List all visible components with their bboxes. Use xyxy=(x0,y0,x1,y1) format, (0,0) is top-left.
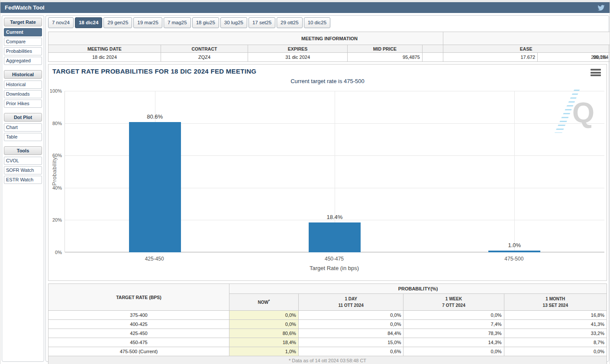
column-header-meeting-date: MEETING DATE xyxy=(48,45,161,53)
week-value-cell: 78,3% xyxy=(403,329,504,338)
day-value-cell: 0,6% xyxy=(298,347,403,356)
rate-cell: 400-425 xyxy=(48,320,229,329)
app-title: FedWatch Tool xyxy=(5,4,45,11)
tab-29-gen25[interactable]: 29 gen25 xyxy=(103,17,132,28)
table-row: 475-500 (Current) 1,0% 0,6% 0,0% 0,0% xyxy=(48,347,607,356)
fedwatch-tool-page: FedWatch Tool Target Rate Current Compar… xyxy=(0,0,610,364)
bar-450-475[interactable] xyxy=(309,222,361,252)
chart-subtitle: Current target rate is 475-500 xyxy=(48,78,607,84)
column-header-date: 7 OTT 2024 xyxy=(442,303,465,308)
table-row: 450-475 18,4% 15,0% 14,3% 8,7% xyxy=(48,338,607,347)
sidebar-item-prior-hikes[interactable]: Prior Hikes xyxy=(4,100,42,108)
tab-18-giu25[interactable]: 18 giu25 xyxy=(192,17,219,28)
x-axis-labels: 425-450 450-475 475-500 xyxy=(65,256,604,262)
column-header-date: 11 OTT 2024 xyxy=(338,303,363,308)
rate-cell: 475-500 (Current) xyxy=(48,347,229,356)
meeting-date-tabs: 7 nov24 18 dic24 29 gen25 19 mar25 7 mag… xyxy=(48,17,330,28)
column-header-expires: EXPIRES xyxy=(248,45,348,53)
plot-area: 100% 80% 60% 40% 20% 0% 80.6% 18.4% xyxy=(65,91,604,252)
column-header-mid-price: MID PRICE xyxy=(348,45,423,53)
group-header-probability: PROBABILITY(%) xyxy=(229,284,607,294)
bar-value-label: 18.4% xyxy=(327,214,343,220)
sidebar-item-estr-watch[interactable]: ESTR Watch xyxy=(4,176,42,184)
tab-19-mar25[interactable]: 19 mar25 xyxy=(133,17,162,28)
category-425-450: 80.6% xyxy=(65,91,245,252)
sidebar-item-sofr-watch[interactable]: SOFR Watch xyxy=(4,166,42,174)
sidebar-header-target-rate: Target Rate xyxy=(4,18,42,26)
table-row: 375-400 0,0% 0,0% 0,0% 16,8% xyxy=(48,311,607,320)
tab-18-dic24[interactable]: 18 dic24 xyxy=(75,17,102,28)
sidebar-item-current[interactable]: Current xyxy=(4,28,42,36)
expires-value: 31 dic 2024 xyxy=(248,53,348,62)
column-header-label: 1 DAY xyxy=(345,296,357,301)
y-tick-label: 0% xyxy=(44,250,62,255)
contract-value: ZQZ4 xyxy=(161,53,248,62)
tab-7-nov24[interactable]: 7 nov24 xyxy=(48,17,74,28)
probability-history-table: TARGET RATE (BPS) PROBABILITY(%) NOW* 1 … xyxy=(48,283,607,364)
table-row: 400-425 0,0% 0,0% 7,4% 41,3% xyxy=(48,320,607,329)
gridline xyxy=(514,91,515,252)
sidebar-item-probabilities[interactable]: Probabilities xyxy=(4,47,42,55)
tab-10-dic25[interactable]: 10 dic25 xyxy=(304,17,330,28)
day-value-cell: 15,0% xyxy=(298,338,403,347)
bar-475-500[interactable] xyxy=(488,251,540,252)
sidebar-item-compare[interactable]: Compare xyxy=(4,38,42,46)
footnote-asterisk: * xyxy=(268,299,270,303)
chart-title: TARGET RATE PROBABILITIES FOR 18 DIC 202… xyxy=(52,68,256,75)
y-tick-label: 80% xyxy=(44,121,62,126)
sidebar-item-historical[interactable]: Historical xyxy=(4,81,42,89)
tab-7-mag25[interactable]: 7 mag25 xyxy=(164,17,191,28)
table-row: 425-450 80,6% 84,4% 78,3% 33,2% xyxy=(48,329,607,338)
table-header-row: TARGET RATE (BPS) PROBABILITY(%) xyxy=(48,284,607,294)
column-header-1-week: 1 WEEK7 OTT 2024 xyxy=(403,294,504,311)
column-header-contract: CONTRACT xyxy=(161,45,248,53)
sidebar-item-aggregated[interactable]: Aggregated xyxy=(4,57,42,65)
column-header-label: 1 WEEK xyxy=(445,296,462,301)
bar-value-label: 1.0% xyxy=(508,242,521,248)
tab-29-ott25[interactable]: 29 ott25 xyxy=(277,17,303,28)
week-value-cell: 0,0% xyxy=(403,347,504,356)
day-value-cell: 0,0% xyxy=(298,320,403,329)
sidebar-item-table[interactable]: Table xyxy=(4,133,42,141)
week-value-cell: 14,3% xyxy=(403,338,504,347)
month-value-cell: 41,3% xyxy=(504,320,607,329)
sidebar-header-dot-plot: Dot Plot xyxy=(4,113,42,122)
y-tick-label: 100% xyxy=(44,88,62,93)
y-axis-title: Probability xyxy=(51,141,58,202)
sidebar-item-cvol[interactable]: CVOL xyxy=(4,157,42,165)
sidebar-header-historical: Historical xyxy=(4,70,42,79)
y-tick-label: 20% xyxy=(44,217,62,222)
now-value-cell: 80,6% xyxy=(229,329,298,338)
day-value-cell: 84,4% xyxy=(298,329,403,338)
x-tick-label: 425-450 xyxy=(65,256,244,262)
column-header-date: 13 SET 2024 xyxy=(543,303,568,308)
sidebar-item-chart[interactable]: Chart xyxy=(4,123,42,132)
tab-30-lug25[interactable]: 30 lug25 xyxy=(220,17,247,28)
x-tick-label: 450-475 xyxy=(244,256,424,262)
week-value-cell: 7,4% xyxy=(403,320,504,329)
twitter-icon[interactable] xyxy=(597,4,605,11)
rate-cell: 450-475 xyxy=(48,338,229,347)
chart-context-menu-icon[interactable] xyxy=(591,69,601,76)
category-475-500: 1.0% xyxy=(425,91,604,252)
month-value-cell: 0,0% xyxy=(504,347,607,356)
rate-cell: 375-400 xyxy=(48,311,229,320)
main-panel: 7 nov24 18 dic24 29 gen25 19 mar25 7 mag… xyxy=(45,15,609,362)
column-header-label: NOW xyxy=(258,300,268,305)
x-tick-label: 475-500 xyxy=(424,256,604,262)
sidebar-header-tools: Tools xyxy=(4,146,42,155)
titlebar: FedWatch Tool xyxy=(0,2,610,13)
now-value-cell: 0,0% xyxy=(229,320,298,329)
column-header-label: 1 MONTH xyxy=(545,296,565,301)
column-header-ease: EASE xyxy=(443,45,609,53)
week-value-cell: 0,0% xyxy=(403,311,504,320)
tab-17-set25[interactable]: 17 set25 xyxy=(249,17,275,28)
day-value-cell: 0,0% xyxy=(298,311,403,320)
rate-cell: 425-450 xyxy=(48,329,229,338)
sidebar: Target Rate Current Compare Probabilitie… xyxy=(2,15,44,362)
month-value-cell: 8,7% xyxy=(504,338,607,347)
sidebar-item-downloads[interactable]: Downloads xyxy=(4,90,42,98)
column-header-target-rate-bps: TARGET RATE (BPS) xyxy=(48,284,229,311)
bar-425-450[interactable] xyxy=(129,122,181,252)
y-tick-label: 60% xyxy=(44,153,62,158)
